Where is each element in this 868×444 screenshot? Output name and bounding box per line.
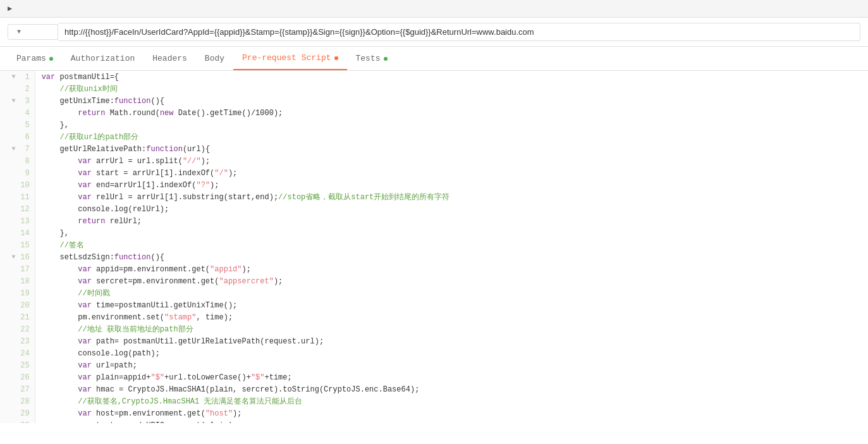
line-num-label: 11 — [17, 193, 30, 202]
code-line: console.log(path); — [35, 347, 868, 359]
token-plain: ); — [228, 169, 237, 178]
line-number: 22 — [0, 323, 35, 335]
token-plain: ); — [233, 409, 241, 418]
tab-pre-request[interactable]: Pre-request Script — [233, 47, 346, 70]
code-line: }, — [35, 227, 868, 239]
tab-authorization[interactable]: Authorization — [62, 47, 144, 70]
code-line: var appid=pm.environment.get("appid"); — [35, 263, 868, 275]
line-number: 27 — [0, 383, 35, 395]
line-number: 8 — [0, 155, 35, 167]
fold-icon[interactable]: ▼ — [9, 254, 16, 261]
editor-area: ▼12▼3456▼789101112131415▼161718192021222… — [0, 71, 868, 423]
line-num-label: 26 — [17, 373, 30, 382]
code-line: //获取unix时间 — [35, 83, 868, 95]
chevron-down-icon: ▼ — [17, 28, 21, 35]
line-number: 14 — [0, 227, 35, 239]
line-num-label: 25 — [17, 361, 30, 370]
token-plain: end=arrUrl[1].indexOf( — [92, 181, 197, 190]
fold-icon[interactable]: ▼ — [9, 145, 16, 152]
code-line: //获取签名,CryptoJS.HmacSHA1 无法满足签名算法只能从后台 — [35, 395, 868, 407]
code-line: getUrlRelativePath:function(url){ — [35, 143, 868, 155]
line-number: 18 — [0, 275, 35, 287]
line-num-label: 9 — [17, 169, 30, 178]
token-cmt: //获取unix时间 — [42, 83, 118, 94]
code-line: return relUrl; — [35, 215, 868, 227]
code-line: pm.environment.set("stamp", time); — [35, 311, 868, 323]
token-kw: function — [114, 97, 151, 106]
token-str: "stamp" — [164, 313, 196, 322]
token-plain: }, — [42, 121, 69, 130]
line-number: 4 — [0, 107, 35, 119]
token-cmt: //获取签名,CryptoJS.HmacSHA1 无法满足签名算法只能从后台 — [42, 396, 303, 407]
line-number: 24 — [0, 347, 35, 359]
line-number: ▼1 — [0, 71, 35, 83]
line-num-label: 14 — [17, 229, 30, 238]
line-number: 21 — [0, 311, 35, 323]
tab-body[interactable]: Body — [196, 47, 233, 70]
line-number: 6 — [0, 131, 35, 143]
line-number: 23 — [0, 335, 35, 347]
token-kw: var — [42, 301, 92, 310]
fold-icon[interactable]: ▼ — [9, 73, 16, 80]
line-number: 20 — [0, 299, 35, 311]
tab-params-label: Params — [16, 54, 46, 63]
code-line: setLsdzSign:function(){ — [35, 251, 868, 263]
code-line: var host=pm.environment.get("host"); — [35, 407, 868, 419]
token-plain: ); — [274, 277, 283, 286]
code-editor[interactable]: var postmanUtil={ //获取unix时间 getUnixTime… — [35, 71, 868, 423]
token-str: "//" — [183, 157, 201, 166]
line-number: 19 — [0, 287, 35, 299]
url-bar: ▼ — [0, 18, 868, 47]
token-kw: var — [42, 181, 92, 190]
breadcrumb: ▶ — [0, 0, 868, 18]
line-number: 2 — [0, 83, 35, 95]
line-num-label: 23 — [17, 337, 30, 346]
line-num-label: 13 — [17, 217, 30, 226]
token-str: "$" — [251, 373, 265, 382]
line-num-label: 28 — [17, 397, 30, 406]
line-number: ▼7 — [0, 143, 35, 155]
line-num-label: 6 — [17, 133, 30, 142]
tab-params-dot — [49, 57, 53, 61]
token-plain: getUrlRelativePath: — [42, 145, 147, 154]
tab-tests-label: Tests — [356, 54, 381, 63]
line-number: 15 — [0, 239, 35, 251]
token-plain: appid=pm.environment.get( — [92, 265, 210, 274]
line-num-label: 5 — [17, 121, 30, 130]
url-input[interactable] — [58, 23, 860, 41]
token-plain: , time); — [196, 313, 233, 322]
token-kw: return — [42, 109, 106, 118]
token-str: "host" — [205, 409, 233, 418]
code-line: var sercret=pm.environment.get("appsercr… — [35, 275, 868, 287]
token-plain: setLsdzSign: — [42, 253, 114, 262]
line-number: 29 — [0, 407, 35, 419]
fold-icon[interactable]: ▼ — [9, 97, 16, 104]
token-str: "appid" — [210, 265, 241, 274]
code-line: var text=encodeURIComponent(plain); — [35, 419, 868, 423]
line-number: 13 — [0, 215, 35, 227]
token-kw: var — [42, 373, 92, 382]
line-num-label: 16 — [17, 253, 30, 262]
token-kw: var — [42, 157, 92, 166]
token-kw: var — [42, 421, 92, 424]
line-num-label: 24 — [17, 349, 30, 358]
code-line: console.log(relUrl); — [35, 203, 868, 215]
code-line: //签名 — [35, 239, 868, 251]
token-plain: postmanUtil={ — [55, 73, 119, 82]
token-plain: (){ — [150, 97, 164, 106]
code-line: var hmac = CryptoJS.HmacSHA1(plain, serc… — [35, 383, 868, 395]
tab-params[interactable]: Params — [8, 47, 62, 70]
token-kw: function — [114, 253, 151, 262]
token-plain: ); — [201, 157, 210, 166]
tab-tests[interactable]: Tests — [347, 47, 396, 70]
token-kw: function — [146, 145, 183, 154]
line-num-label: 29 — [17, 409, 30, 418]
method-selector[interactable]: ▼ — [8, 24, 58, 40]
tab-pre-request-label: Pre-request Script — [242, 53, 331, 63]
tab-headers-label: Headers — [152, 54, 187, 63]
token-plain: pm.environment.set( — [42, 313, 164, 322]
code-line: var plain=appid+"$"+url.toLowerCase()+"$… — [35, 371, 868, 383]
token-kw: var — [42, 265, 92, 274]
token-cmt: //stop省略，截取从start开始到结尾的所有字符 — [278, 192, 449, 202]
tab-headers[interactable]: Headers — [144, 47, 196, 70]
